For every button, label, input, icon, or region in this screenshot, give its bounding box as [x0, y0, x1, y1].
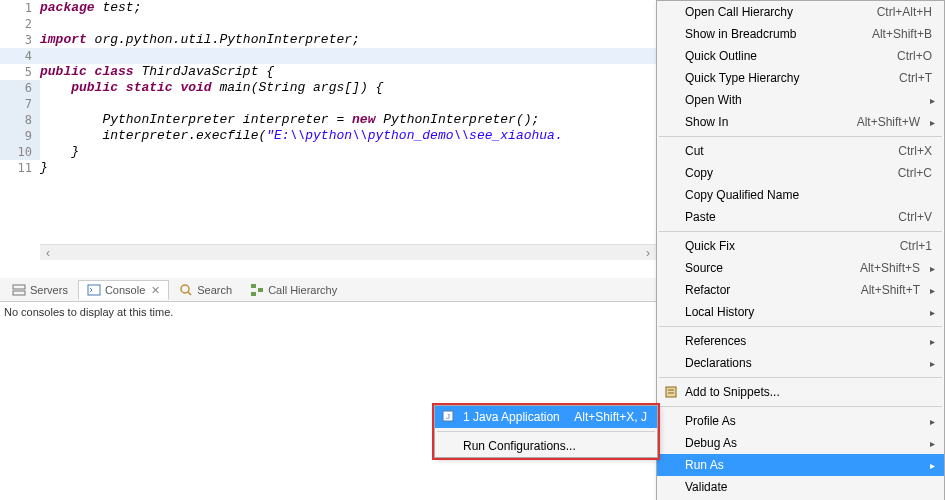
- menu-separator: [437, 431, 655, 432]
- code-line[interactable]: 8 PythonInterpreter interpreter = new Py…: [0, 112, 656, 128]
- menu-item-profile-as[interactable]: Profile As▸: [657, 410, 944, 432]
- close-icon[interactable]: ✕: [151, 284, 160, 297]
- menu-item-declarations[interactable]: Declarations▸: [657, 352, 944, 374]
- svg-rect-7: [251, 292, 256, 296]
- menu-label: Debug As: [685, 436, 926, 450]
- svg-point-3: [181, 285, 189, 293]
- line-number: 5: [0, 64, 40, 80]
- console-icon: [87, 283, 101, 297]
- menu-item-debug-as[interactable]: Debug As▸: [657, 432, 944, 454]
- menu-shortcut: Ctrl+Alt+H: [877, 5, 938, 19]
- code-editor[interactable]: 1package test;23import org.python.util.P…: [0, 0, 656, 260]
- code-content[interactable]: PythonInterpreter interpreter = new Pyth…: [40, 112, 539, 128]
- code-content[interactable]: import org.python.util.PythonInterpreter…: [40, 32, 360, 48]
- callhier-icon: [250, 283, 264, 297]
- line-number: 10: [0, 144, 40, 160]
- menu-label: Source: [685, 261, 860, 275]
- code-line[interactable]: 6 public static void main(String args[])…: [0, 80, 656, 96]
- scroll-right-arrow[interactable]: ›: [640, 245, 656, 261]
- console-message: No consoles to display at this time.: [4, 306, 173, 318]
- code-content[interactable]: }: [40, 160, 48, 176]
- menu-label: Open Call Hierarchy: [685, 5, 877, 19]
- menu-shortcut: Ctrl+X: [898, 144, 938, 158]
- menu-item-refactor[interactable]: RefactorAlt+Shift+T▸: [657, 279, 944, 301]
- menu-item-references[interactable]: References▸: [657, 330, 944, 352]
- menu-item-quick-fix[interactable]: Quick FixCtrl+1: [657, 235, 944, 257]
- code-line[interactable]: 2: [0, 16, 656, 32]
- code-line[interactable]: 7: [0, 96, 656, 112]
- submenu-shortcut: Alt+Shift+X, J: [574, 410, 651, 424]
- menu-item-show-in[interactable]: Show InAlt+Shift+W▸: [657, 111, 944, 133]
- menu-label: Refactor: [685, 283, 861, 297]
- run-as-submenu[interactable]: J1 Java ApplicationAlt+Shift+X, JRun Con…: [434, 405, 658, 458]
- code-content[interactable]: }: [40, 144, 79, 160]
- menu-item-paste[interactable]: PasteCtrl+V: [657, 206, 944, 228]
- search-icon: [179, 283, 193, 297]
- menu-shortcut: Alt+Shift+T: [861, 283, 926, 297]
- menu-item-cut[interactable]: CutCtrl+X: [657, 140, 944, 162]
- code-content[interactable]: public static void main(String args[]) {: [40, 80, 383, 96]
- tab-label: Search: [197, 284, 232, 296]
- submenu-arrow-icon: ▸: [926, 336, 938, 347]
- menu-separator: [659, 377, 942, 378]
- menu-shortcut: Ctrl+C: [898, 166, 938, 180]
- menu-item-quick-type-hierarchy[interactable]: Quick Type HierarchyCtrl+T: [657, 67, 944, 89]
- menu-item-validate[interactable]: Validate: [657, 476, 944, 498]
- submenu-arrow-icon: ▸: [926, 460, 938, 471]
- menu-shortcut: Alt+Shift+W: [857, 115, 926, 129]
- line-number: 4: [0, 48, 40, 64]
- code-line[interactable]: 9 interpreter.execfile("E:\\python\\pyth…: [0, 128, 656, 144]
- menu-item-open-call-hierarchy[interactable]: Open Call HierarchyCtrl+Alt+H: [657, 1, 944, 23]
- context-menu[interactable]: Open Call HierarchyCtrl+Alt+HShow in Bre…: [656, 0, 945, 500]
- svg-text:J: J: [446, 412, 450, 421]
- menu-label: Copy Qualified Name: [685, 188, 938, 202]
- svg-rect-8: [666, 387, 676, 397]
- menu-item-quick-outline[interactable]: Quick OutlineCtrl+O: [657, 45, 944, 67]
- scroll-left-arrow[interactable]: ‹: [40, 245, 56, 261]
- server-icon: [12, 283, 26, 297]
- menu-item-source[interactable]: SourceAlt+Shift+S▸: [657, 257, 944, 279]
- submenu-item-1-java-application[interactable]: J1 Java ApplicationAlt+Shift+X, J: [435, 406, 657, 428]
- menu-separator: [659, 136, 942, 137]
- submenu-item-run-configurations[interactable]: Run Configurations...: [435, 435, 657, 457]
- code-line[interactable]: 11}: [0, 160, 656, 176]
- submenu-arrow-icon: ▸: [926, 95, 938, 106]
- menu-label: Copy: [685, 166, 898, 180]
- menu-item-open-with[interactable]: Open With▸: [657, 89, 944, 111]
- svg-rect-5: [251, 284, 256, 288]
- line-number: 6: [0, 80, 40, 96]
- menu-separator: [659, 326, 942, 327]
- submenu-arrow-icon: ▸: [926, 358, 938, 369]
- menu-label: Open With: [685, 93, 926, 107]
- menu-label: Declarations: [685, 356, 926, 370]
- code-line[interactable]: 4: [0, 48, 656, 64]
- menu-label: Validate: [685, 480, 938, 494]
- menu-label: Quick Outline: [685, 49, 897, 63]
- code-line[interactable]: 10 }: [0, 144, 656, 160]
- menu-item-add-to-snippets[interactable]: Add to Snippets...: [657, 381, 944, 403]
- menu-shortcut: Ctrl+O: [897, 49, 938, 63]
- menu-item-copy-qualified-name[interactable]: Copy Qualified Name: [657, 184, 944, 206]
- menu-label: Show in Breadcrumb: [685, 27, 872, 41]
- code-content[interactable]: package test;: [40, 0, 141, 16]
- menu-item-show-in-breadcrumb[interactable]: Show in BreadcrumbAlt+Shift+B: [657, 23, 944, 45]
- code-line[interactable]: 1package test;: [0, 0, 656, 16]
- tab-console[interactable]: Console✕: [78, 280, 169, 300]
- code-content[interactable]: interpreter.execfile("E:\\python\\python…: [40, 128, 563, 144]
- tab-callhier[interactable]: Call Hierarchy: [242, 281, 345, 299]
- menu-label: Run As: [685, 458, 926, 472]
- menu-item-run-as[interactable]: Run As▸: [657, 454, 944, 476]
- horizontal-scrollbar[interactable]: ‹ ›: [40, 244, 656, 260]
- menu-item-copy[interactable]: CopyCtrl+C: [657, 162, 944, 184]
- code-line[interactable]: 3import org.python.util.PythonInterprete…: [0, 32, 656, 48]
- line-number: 3: [0, 32, 40, 48]
- submenu-label: 1 Java Application: [463, 410, 574, 424]
- submenu-arrow-icon: ▸: [926, 263, 938, 274]
- svg-rect-2: [88, 285, 100, 295]
- bottom-tabs: ServersConsole✕SearchCall Hierarchy: [0, 278, 656, 302]
- code-line[interactable]: 5public class ThirdJavaScript {: [0, 64, 656, 80]
- code-content[interactable]: public class ThirdJavaScript {: [40, 64, 274, 80]
- tab-search[interactable]: Search: [171, 281, 240, 299]
- tab-servers[interactable]: Servers: [4, 281, 76, 299]
- menu-item-local-history[interactable]: Local History▸: [657, 301, 944, 323]
